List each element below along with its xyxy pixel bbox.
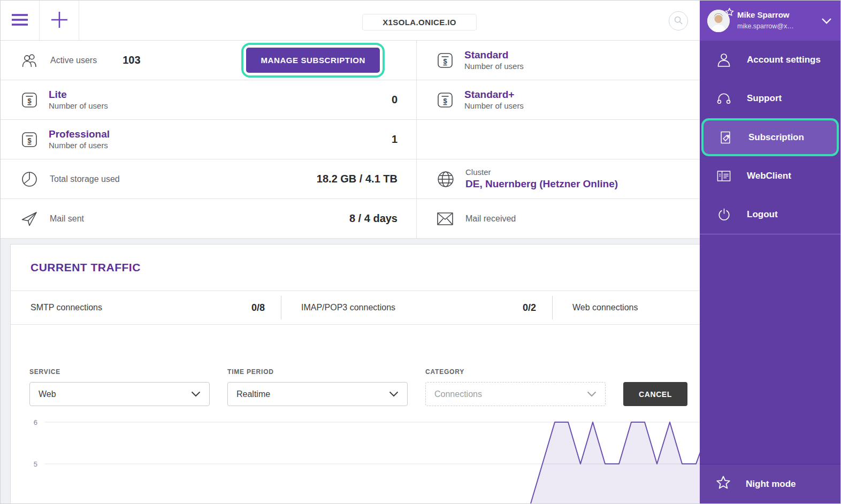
stats-row-5: Mail sent 8 / 4 days Mail received: [1, 199, 700, 239]
standard-plus-plan-stat: $ Standard+ Number of users: [417, 80, 700, 119]
service-select[interactable]: Web: [29, 382, 210, 406]
professional-plan-stat: $ Professional Number of users 1: [1, 120, 417, 159]
stats-row-4: Total storage used 18.2 GB / 4.1 TB Clus…: [1, 159, 700, 199]
plan-name: Professional: [49, 128, 110, 141]
svg-text:$: $: [443, 96, 447, 104]
sidebar-item-subscription[interactable]: Subscription: [701, 118, 839, 156]
cancel-button[interactable]: CANCEL: [623, 382, 687, 406]
imap-pop3-connections-value: 0/2: [523, 302, 536, 314]
chevron-down-icon: [587, 391, 597, 397]
star-icon: [716, 475, 731, 493]
pie-chart-icon: [21, 171, 38, 188]
smtp-connections: SMTP connections 0/8: [11, 291, 281, 324]
plan-sub: Number of users: [49, 141, 108, 150]
stats-grid: Active users 103 MANAGE SUBSCRIPTION $ S…: [1, 41, 700, 239]
sidebar-item-webclient[interactable]: WebClient: [700, 157, 840, 195]
service-filter: SERVICE Web: [29, 368, 210, 406]
svg-text:$: $: [443, 57, 447, 65]
user-sidebar: Mike Sparrow mike.sparrow@x… Account set…: [700, 1, 840, 503]
svg-text:5: 5: [34, 460, 37, 468]
active-users-stat: Active users 103 MANAGE SUBSCRIPTION: [1, 41, 417, 80]
category-label: CATEGORY: [425, 368, 606, 376]
headphones-icon: [716, 91, 732, 105]
chevron-down-icon: [389, 391, 399, 397]
plan-name: Lite: [49, 88, 108, 101]
sidebar-menu: Account settings Support Subscription We…: [700, 41, 840, 234]
domain-selector[interactable]: X1SOLA.ONICE.IO: [362, 14, 477, 30]
license-icon: $: [437, 52, 454, 69]
sidebar-item-label: Account settings: [747, 55, 821, 65]
cluster-value: DE, Nuernberg (Hetzner Online): [465, 178, 618, 189]
sidebar-item-label: Subscription: [748, 132, 804, 143]
current-traffic-card: CURRENT TRAFFIC SMTP connections 0/8 IMA…: [10, 244, 700, 504]
sidebar-item-label: Logout: [747, 209, 778, 220]
time-period-select-value: Realtime: [236, 390, 270, 399]
traffic-chart: 65: [11, 406, 700, 503]
plan-name: Standard+: [464, 88, 524, 101]
chevron-down-icon: [821, 18, 832, 24]
chevron-down-icon: [191, 391, 201, 397]
current-traffic-title: CURRENT TRAFFIC: [11, 245, 700, 291]
sidebar-item-label: WebClient: [747, 171, 791, 181]
main-area: X1SOLA.ONICE.IO Active users 103 MANAGE …: [1, 1, 700, 503]
sidebar-item-logout[interactable]: Logout: [700, 195, 840, 234]
web-connections-label: Web connections: [572, 303, 638, 312]
envelope-icon: [437, 211, 454, 227]
night-mode-label: Night mode: [746, 479, 796, 490]
profile-name: Mike Sparrow: [737, 10, 794, 20]
users-icon: [21, 53, 39, 67]
svg-text:6: 6: [34, 418, 37, 426]
professional-plan-value: 1: [392, 133, 397, 146]
app-window: X1SOLA.ONICE.IO Active users 103 MANAGE …: [0, 0, 841, 504]
webclient-icon: [716, 170, 732, 182]
svg-text:$: $: [27, 136, 32, 144]
mail-sent-stat: Mail sent 8 / 4 days: [1, 199, 417, 238]
manage-subscription-button[interactable]: MANAGE SUBSCRIPTION: [246, 48, 380, 73]
storage-label: Total storage used: [50, 174, 120, 184]
search-icon: [672, 14, 684, 28]
cluster-stat: Cluster DE, Nuernberg (Hetzner Online): [417, 159, 700, 198]
imap-pop3-connections-label: IMAP/POP3 connections: [301, 303, 395, 312]
service-select-value: Web: [39, 390, 56, 399]
category-filter: CATEGORY Connections: [425, 368, 606, 406]
power-icon: [716, 208, 732, 222]
storage-value: 18.2 GB / 4.1 TB: [317, 173, 397, 185]
plan-sub: Number of users: [464, 101, 524, 110]
connections-row: SMTP connections 0/8 IMAP/POP3 connectio…: [11, 291, 700, 325]
license-icon: $: [437, 91, 454, 109]
web-connections: Web connections: [553, 291, 700, 324]
standard-plan-stat: $ Standard Number of users: [417, 41, 700, 80]
hamburger-menu-button[interactable]: [1, 1, 40, 40]
license-icon: $: [21, 131, 38, 148]
avatar: [707, 10, 730, 32]
time-period-select[interactable]: Realtime: [227, 382, 408, 406]
subscription-icon: [717, 130, 733, 145]
night-mode-toggle[interactable]: Night mode: [700, 464, 840, 503]
plus-icon: [50, 11, 68, 30]
star-badge-icon: [725, 7, 734, 17]
active-users-value: 103: [123, 54, 140, 66]
traffic-filters: SERVICE Web TIME PERIOD Realtime CATEGOR…: [11, 325, 700, 406]
profile-email: mike.sparrow@x…: [737, 22, 794, 30]
add-button[interactable]: [40, 1, 79, 40]
stats-row-3: $ Professional Number of users 1: [1, 120, 700, 159]
smtp-connections-label: SMTP connections: [30, 303, 102, 312]
plan-sub: Number of users: [49, 101, 108, 110]
paper-plane-icon: [21, 211, 38, 227]
active-users-label: Active users: [50, 56, 97, 65]
globe-icon: [437, 170, 455, 188]
sidebar-item-support[interactable]: Support: [700, 79, 840, 118]
lite-plan-value: 0: [392, 94, 397, 106]
storage-stat: Total storage used 18.2 GB / 4.1 TB: [1, 159, 417, 198]
annotation-highlight-manage-subscription: MANAGE SUBSCRIPTION: [241, 43, 385, 78]
profile-header[interactable]: Mike Sparrow mike.sparrow@x…: [700, 1, 840, 41]
stats-row-2: $ Lite Number of users 0 $ Standard+ Num…: [1, 80, 700, 120]
search-button[interactable]: [669, 11, 688, 30]
plan-sub: Number of users: [464, 62, 524, 71]
sidebar-item-account-settings[interactable]: Account settings: [700, 41, 840, 79]
mail-received-stat: Mail received: [417, 199, 700, 238]
empty-cell: [417, 120, 700, 159]
sidebar-spacer: [700, 234, 840, 464]
plan-name: Standard: [464, 49, 524, 62]
smtp-connections-value: 0/8: [251, 302, 265, 314]
